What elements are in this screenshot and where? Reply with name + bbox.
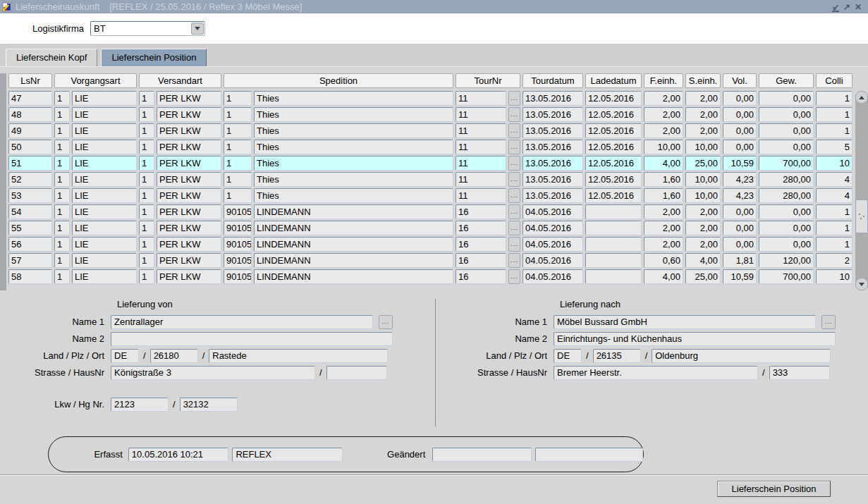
nach-name1-field[interactable]: Möbel Bussard GmbH xyxy=(554,315,816,329)
table-row[interactable]: 48 1 LIE 1 PER LKW 1 Thies 11 ... 13.05.… xyxy=(8,107,852,122)
cell-spedition[interactable]: LINDEMANN xyxy=(254,204,453,219)
table-row[interactable]: 56 1 LIE 1 PER LKW 90105 LINDEMANN 16 ..… xyxy=(8,237,852,252)
cell-spedition-code[interactable]: 1 xyxy=(224,172,252,187)
scroll-up-button[interactable] xyxy=(855,91,868,104)
von-name2-field[interactable] xyxy=(111,332,393,346)
cell-colli[interactable]: 10 xyxy=(816,156,852,171)
table-row[interactable]: 54 1 LIE 1 PER LKW 90105 LINDEMANN 16 ..… xyxy=(8,204,852,219)
nach-land-field[interactable]: DE xyxy=(554,349,582,363)
cell-vol[interactable]: 10,59 xyxy=(723,156,757,171)
cell-spedition[interactable]: LINDEMANN xyxy=(254,253,453,268)
cell-colli[interactable]: 1 xyxy=(816,123,852,138)
cell-lsnr[interactable]: 48 xyxy=(8,107,52,122)
cell-seinh[interactable]: 10,00 xyxy=(685,140,721,154)
table-vertical-scrollbar[interactable] xyxy=(855,91,868,290)
cell-colli[interactable]: 2 xyxy=(816,253,852,268)
cell-versandart-code[interactable]: 1 xyxy=(139,140,154,154)
cell-seinh[interactable]: 2,00 xyxy=(685,221,721,235)
cell-feinh[interactable]: 4,00 xyxy=(644,156,683,171)
cell-tourdatum[interactable]: 13.05.2016 xyxy=(522,107,583,122)
cell-spedition[interactable]: LINDEMANN xyxy=(254,221,453,235)
cell-ladedatum[interactable] xyxy=(585,269,642,284)
cell-vorgangsart-code[interactable]: 1 xyxy=(54,107,70,122)
cell-versandart[interactable]: PER LKW xyxy=(157,91,221,106)
cell-lsnr[interactable]: 57 xyxy=(8,253,52,268)
cell-versandart-code[interactable]: 1 xyxy=(139,269,154,284)
cell-versandart-code[interactable]: 1 xyxy=(139,91,154,106)
cell-spedition-code[interactable]: 90105 xyxy=(224,221,252,235)
cell-versandart-code[interactable]: 1 xyxy=(139,188,154,203)
cell-vorgangsart[interactable]: LIE xyxy=(72,269,137,284)
cell-ladedatum[interactable] xyxy=(585,204,642,219)
cell-vorgangsart-code[interactable]: 1 xyxy=(54,172,70,187)
cell-vorgangsart-code[interactable]: 1 xyxy=(54,188,70,203)
cell-tournr[interactable]: 11 xyxy=(456,123,506,138)
cell-vol[interactable]: 0,00 xyxy=(723,204,757,219)
cell-versandart[interactable]: PER LKW xyxy=(157,221,221,235)
cell-spedition[interactable]: Thies xyxy=(254,188,453,203)
table-row[interactable]: 58 1 LIE 1 PER LKW 90105 LINDEMANN 16 ..… xyxy=(8,269,852,284)
nach-name1-lookup-button[interactable]: ... xyxy=(821,315,836,329)
cell-versandart[interactable]: PER LKW xyxy=(157,156,221,171)
cell-spedition[interactable]: Thies xyxy=(254,123,453,138)
von-ort-field[interactable]: Rastede xyxy=(209,349,388,363)
cell-ladedatum[interactable]: 12.05.2016 xyxy=(585,188,642,203)
cell-vorgangsart-code[interactable]: 1 xyxy=(54,140,70,154)
cell-lsnr[interactable]: 50 xyxy=(8,140,52,154)
cell-tourdatum[interactable]: 04.05.2016 xyxy=(522,253,583,268)
cell-vorgangsart-code[interactable]: 1 xyxy=(54,269,70,284)
cell-gew[interactable]: 280,00 xyxy=(759,188,814,203)
table-row[interactable]: 53 1 LIE 1 PER LKW 1 Thies 11 ... 13.05.… xyxy=(8,188,852,203)
cell-spedition-code[interactable]: 90105 xyxy=(224,204,252,219)
tournr-lookup-button[interactable]: ... xyxy=(508,140,520,154)
cell-tournr[interactable]: 16 xyxy=(456,204,506,219)
cell-ladedatum[interactable]: 12.05.2016 xyxy=(585,156,642,171)
cell-vorgangsart-code[interactable]: 1 xyxy=(54,237,70,252)
cell-gew[interactable]: 700,00 xyxy=(759,156,814,171)
cell-vorgangsart[interactable]: LIE xyxy=(72,91,137,106)
cell-tournr[interactable]: 11 xyxy=(456,172,506,187)
tournr-lookup-button[interactable]: ... xyxy=(508,269,520,284)
scroll-down-button[interactable] xyxy=(855,278,868,290)
cell-gew[interactable]: 0,00 xyxy=(759,123,814,138)
cell-seinh[interactable]: 4,00 xyxy=(685,253,721,268)
cell-vol[interactable]: 1,81 xyxy=(723,253,757,268)
cell-feinh[interactable]: 0,60 xyxy=(644,253,683,268)
cell-feinh[interactable]: 1,60 xyxy=(644,172,683,187)
lkw-nr-field[interactable]: 2123 xyxy=(111,398,169,412)
cell-colli[interactable]: 1 xyxy=(816,237,852,252)
tournr-lookup-button[interactable]: ... xyxy=(508,188,520,203)
minimize-icon[interactable]: ↙ xyxy=(830,2,841,12)
cell-tournr[interactable]: 11 xyxy=(456,140,506,154)
cell-spedition[interactable]: Thies xyxy=(254,172,453,187)
hg-nr-field[interactable]: 32132 xyxy=(180,398,238,412)
geaendert-user-field[interactable] xyxy=(535,448,643,462)
tournr-lookup-button[interactable]: ... xyxy=(508,237,520,252)
von-hausnr-field[interactable] xyxy=(326,366,387,380)
cell-tourdatum[interactable]: 04.05.2016 xyxy=(522,204,583,219)
cell-versandart[interactable]: PER LKW xyxy=(157,107,221,122)
tournr-lookup-button[interactable]: ... xyxy=(508,221,520,235)
cell-feinh[interactable]: 2,00 xyxy=(644,237,683,252)
cell-tournr[interactable]: 16 xyxy=(456,253,506,268)
von-name1-field[interactable]: Zentrallager xyxy=(111,315,373,329)
cell-versandart-code[interactable]: 1 xyxy=(139,221,154,235)
cell-tourdatum[interactable]: 04.05.2016 xyxy=(522,237,583,252)
maximize-icon[interactable]: ↗ xyxy=(841,2,852,12)
cell-gew[interactable]: 0,00 xyxy=(759,140,814,154)
nach-strasse-field[interactable]: Bremer Heerstr. xyxy=(554,366,758,380)
cell-versandart[interactable]: PER LKW xyxy=(157,237,221,252)
cell-seinh[interactable]: 25,00 xyxy=(685,156,721,171)
cell-feinh[interactable]: 4,00 xyxy=(644,269,683,284)
cell-ladedatum[interactable] xyxy=(585,237,642,252)
cell-ladedatum[interactable]: 12.05.2016 xyxy=(585,107,642,122)
cell-gew[interactable]: 280,00 xyxy=(759,172,814,187)
cell-gew[interactable]: 0,00 xyxy=(759,221,814,235)
cell-tourdatum[interactable]: 13.05.2016 xyxy=(522,172,583,187)
cell-tournr[interactable]: 16 xyxy=(456,221,506,235)
cell-vorgangsart-code[interactable]: 1 xyxy=(54,91,70,106)
cell-lsnr[interactable]: 47 xyxy=(8,91,52,106)
cell-tournr[interactable]: 16 xyxy=(456,237,506,252)
erfasst-datum-field[interactable]: 10.05.2016 10:21 xyxy=(128,448,229,462)
nach-hausnr-field[interactable]: 333 xyxy=(769,366,830,380)
